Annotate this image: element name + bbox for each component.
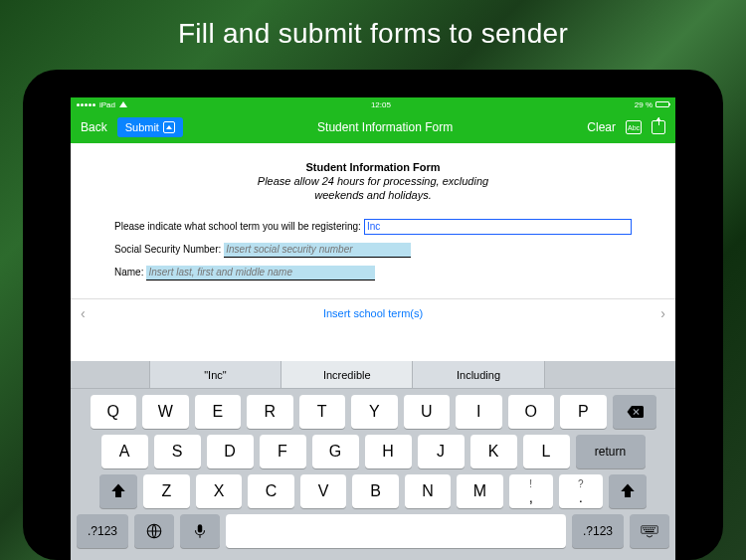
key-l[interactable]: L	[523, 435, 570, 468]
key-a[interactable]: A	[101, 435, 148, 468]
back-button[interactable]: Back	[81, 120, 107, 134]
key-y[interactable]: Y	[351, 395, 398, 429]
key-row-1: Q W E R T Y U I O P	[77, 395, 669, 429]
globe-icon	[145, 522, 163, 540]
clear-button[interactable]: Clear	[587, 120, 616, 134]
svg-rect-12	[651, 529, 653, 530]
ssn-label: Social Security Number:	[114, 244, 221, 255]
status-bar: iPad 12:05 29 %	[71, 97, 675, 111]
ipad-frame: iPad 12:05 29 % Back Submit	[23, 70, 723, 560]
keyboard-hide-icon	[641, 522, 658, 540]
key-s[interactable]: S	[154, 435, 201, 468]
key-hide-keyboard[interactable]	[630, 514, 669, 548]
svg-rect-1	[198, 524, 203, 532]
svg-rect-7	[652, 527, 653, 528]
key-numsym-left[interactable]: .?123	[77, 514, 128, 548]
svg-rect-14	[646, 531, 654, 532]
key-globe[interactable]	[134, 514, 174, 548]
shift-icon	[619, 482, 637, 500]
key-numsym-right[interactable]: .?123	[572, 514, 624, 548]
next-field-button[interactable]: ›	[660, 305, 665, 321]
svg-rect-11	[649, 529, 651, 530]
svg-rect-3	[643, 527, 645, 528]
key-return[interactable]: return	[576, 435, 646, 468]
clock: 12:05	[371, 100, 391, 109]
key-e[interactable]: E	[195, 395, 242, 429]
key-d[interactable]: D	[207, 435, 254, 468]
key-h[interactable]: H	[365, 435, 412, 468]
key-row-3: Z X C V B N M !, ?.	[77, 474, 669, 508]
key-u[interactable]: U	[404, 395, 451, 429]
key-dictation[interactable]	[180, 514, 220, 548]
key-v[interactable]: V	[300, 474, 347, 508]
svg-rect-10	[646, 529, 648, 530]
key-row-4: .?123 .?123	[77, 514, 669, 548]
key-t[interactable]: T	[299, 395, 346, 429]
svg-rect-9	[644, 529, 646, 530]
ssn-input[interactable]	[224, 243, 411, 258]
key-r[interactable]: R	[247, 395, 293, 429]
key-backspace[interactable]	[613, 395, 656, 429]
promo-title: Fill and submit forms to sender	[0, 0, 746, 50]
svg-rect-8	[654, 527, 656, 528]
keyboard: "Inc" Incredible Including Q W E R T Y U…	[71, 361, 675, 560]
shift-icon	[109, 482, 127, 500]
key-c[interactable]: C	[248, 474, 294, 508]
svg-rect-5	[648, 527, 650, 528]
battery-icon	[655, 101, 669, 107]
document-content: Student Information Form Please allow 24…	[71, 143, 675, 298]
key-i[interactable]: I	[456, 395, 502, 429]
prediction-3[interactable]: Including	[413, 361, 544, 388]
svg-rect-13	[653, 529, 654, 530]
share-button[interactable]	[652, 120, 665, 134]
name-input[interactable]	[146, 266, 375, 280]
key-o[interactable]: O	[508, 395, 555, 429]
key-b[interactable]: B	[352, 474, 399, 508]
device-label: iPad	[99, 100, 115, 109]
key-period[interactable]: ?.	[559, 474, 603, 508]
key-k[interactable]: K	[470, 435, 517, 468]
key-p[interactable]: P	[560, 395, 607, 429]
submit-button[interactable]: Submit	[117, 117, 183, 137]
key-shift-right[interactable]	[609, 474, 647, 508]
doc-subtitle: Please allow 24 hours for processing, ex…	[114, 175, 632, 203]
key-x[interactable]: X	[196, 474, 243, 508]
key-space[interactable]	[226, 514, 566, 548]
field-hint: Insert school term(s)	[86, 307, 661, 319]
signal-dots-icon	[77, 103, 95, 106]
svg-rect-6	[650, 527, 652, 528]
prediction-2[interactable]: Incredible	[281, 361, 413, 388]
nav-bar: Back Submit Student Information Form Cle…	[71, 111, 675, 143]
key-comma[interactable]: !,	[509, 474, 553, 508]
svg-rect-4	[646, 527, 648, 528]
mic-icon	[191, 522, 209, 540]
doc-title: Student Information Form	[114, 161, 632, 173]
key-m[interactable]: M	[457, 474, 503, 508]
key-q[interactable]: Q	[91, 395, 137, 429]
wifi-icon	[119, 101, 127, 107]
prediction-1[interactable]: "Inc"	[150, 361, 281, 388]
key-g[interactable]: G	[312, 435, 359, 468]
abc-button[interactable]: Abc	[626, 120, 642, 134]
key-shift-left[interactable]	[99, 474, 137, 508]
field-assist-bar: ‹ Insert school term(s) ›	[71, 298, 675, 328]
prediction-spacer	[545, 361, 675, 388]
key-z[interactable]: Z	[143, 474, 190, 508]
key-w[interactable]: W	[142, 395, 189, 429]
upload-icon	[163, 121, 175, 133]
name-label: Name:	[114, 267, 143, 278]
key-n[interactable]: N	[405, 474, 452, 508]
school-term-label: Please indicate what school term you wil…	[114, 221, 361, 232]
page-title: Student Information Form	[317, 120, 453, 134]
key-j[interactable]: J	[418, 435, 465, 468]
battery-percent: 29 %	[635, 100, 653, 109]
prediction-spacer	[71, 361, 150, 388]
key-f[interactable]: F	[260, 435, 306, 468]
prediction-bar: "Inc" Incredible Including	[71, 361, 675, 389]
screen: iPad 12:05 29 % Back Submit	[71, 97, 675, 560]
submit-label: Submit	[125, 121, 159, 133]
app-store-backdrop: Fill and submit forms to sender iPad 12:…	[0, 0, 746, 560]
backspace-icon	[626, 403, 644, 421]
school-term-input[interactable]	[364, 219, 632, 235]
key-row-2: A S D F G H J K L return	[77, 435, 669, 468]
